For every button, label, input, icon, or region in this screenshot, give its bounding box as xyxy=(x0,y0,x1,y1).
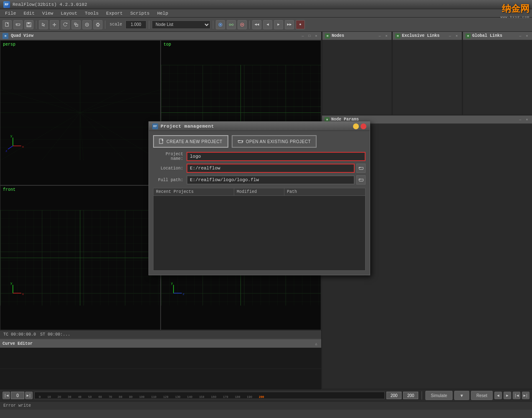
global-links-close[interactable]: ✕ xyxy=(524,33,529,38)
timeline-mark-20: 20 xyxy=(54,395,64,399)
full-path-input[interactable] xyxy=(187,175,355,185)
rewind-button[interactable]: ◀◀ xyxy=(252,20,261,29)
svg-text:y: y xyxy=(171,281,173,285)
menu-export[interactable]: Export xyxy=(103,10,126,17)
select-tool-button[interactable] xyxy=(39,20,48,29)
nodes-minimize[interactable]: — xyxy=(377,33,382,38)
quad-view-close[interactable]: ✕ xyxy=(314,33,319,38)
open-file-button[interactable] xyxy=(13,20,23,29)
open-project-icon xyxy=(238,139,243,144)
menu-help[interactable]: Help xyxy=(154,10,171,17)
menu-tools[interactable]: Tools xyxy=(82,10,102,17)
next-frame-button[interactable]: ▶▶ xyxy=(285,20,294,29)
exclusive-links-minimize[interactable]: — xyxy=(448,33,453,38)
timeline-marks-container: 0 10 20 30 40 50 60 70 80 90 100 110 120… xyxy=(35,392,384,399)
scale-label: scale xyxy=(108,22,124,27)
scale-tool-button[interactable] xyxy=(72,20,81,29)
current-frame-input[interactable] xyxy=(11,392,24,399)
location-input[interactable] xyxy=(187,164,355,173)
title-bar: RF RealFlow(32bits) 4.2.3.0102 xyxy=(0,0,532,9)
record-button[interactable]: ● xyxy=(296,20,305,29)
move-tool-button[interactable] xyxy=(50,20,59,29)
create-new-project-button[interactable]: CREATE A NEW PROJECT xyxy=(153,135,228,148)
dialog-close-button[interactable] xyxy=(361,123,366,129)
svg-rect-4 xyxy=(28,25,30,26)
menu-layout[interactable]: Layout xyxy=(57,10,81,17)
exclusive-links-close[interactable]: ✕ xyxy=(454,33,459,38)
timeline-start-button[interactable]: |◀ xyxy=(3,392,10,399)
node-list-select[interactable]: Node List xyxy=(152,21,210,29)
watermark-logo: 纳金网 xyxy=(502,3,529,15)
nodes-title: Nodes xyxy=(332,33,344,38)
timeline-mark-10: 10 xyxy=(44,395,54,399)
open-existing-project-button[interactable]: OPEN AN EXISTING PROJECT xyxy=(232,135,317,148)
node-params-close[interactable]: ✕ xyxy=(524,117,529,122)
svg-rect-68 xyxy=(238,140,240,141)
location-browse-button[interactable] xyxy=(356,164,366,173)
timeline-mark-80: 80 xyxy=(115,395,125,399)
timeline-track[interactable]: 0 10 20 30 40 50 60 70 80 90 100 110 120… xyxy=(34,392,385,399)
rotate-tool-button[interactable] xyxy=(61,20,70,29)
global-links-minimize[interactable]: — xyxy=(518,33,523,38)
play-button[interactable]: ▶ xyxy=(274,20,283,29)
col-recent-projects: Recent Projects xyxy=(153,188,234,195)
status-message: Error write xyxy=(3,403,31,408)
toolbar-sep-3 xyxy=(149,21,149,29)
delete-node-button[interactable] xyxy=(238,20,247,29)
timeline-mark-60: 60 xyxy=(95,395,105,399)
timeline-mark-110: 110 xyxy=(148,395,160,399)
new-file-button[interactable] xyxy=(3,20,12,29)
toolbar-sep-1 xyxy=(36,21,36,29)
project-management-dialog: RF Project management CREATE A NEW PROJE… xyxy=(148,121,370,275)
col-path: Path xyxy=(284,188,365,195)
simulate-dropdown-button[interactable]: ▼ xyxy=(454,391,469,400)
add-node-button[interactable] xyxy=(216,20,225,29)
connect-button[interactable] xyxy=(227,20,236,29)
node-params-minimize[interactable]: — xyxy=(518,117,523,122)
svg-text:x: x xyxy=(22,292,24,295)
timeline-last-button[interactable]: ▶| xyxy=(522,392,529,399)
menu-view[interactable]: View xyxy=(39,10,56,17)
menu-scripts[interactable]: Scripts xyxy=(127,10,153,17)
quad-view-maximize[interactable]: □ xyxy=(307,33,312,38)
viewport-persp[interactable]: persp xyxy=(0,40,161,185)
frame-b-input[interactable] xyxy=(403,392,418,399)
quad-view-minimize[interactable]: — xyxy=(300,33,305,38)
dialog-title-bar: RF Project management xyxy=(149,122,370,131)
curve-editor-btn[interactable]: △ xyxy=(314,341,319,346)
timeline-prev-button[interactable]: ◀ xyxy=(494,392,502,399)
global-links-header: ⊞ Global Links — ✕ xyxy=(463,32,532,40)
dialog-minimize-button[interactable] xyxy=(353,123,359,129)
full-path-field: Full path: xyxy=(153,175,366,185)
full-path-browse-button[interactable] xyxy=(356,175,366,185)
frame-a-input[interactable] xyxy=(386,392,402,399)
svg-rect-1 xyxy=(16,24,18,25)
scale-input[interactable] xyxy=(125,21,146,29)
timeline-mark-0: 0 xyxy=(36,395,44,399)
timeline-end-button[interactable]: ▶| xyxy=(25,392,33,399)
right-top-panels: ⊞ Nodes — ✕ ⊞ Exclusive Links xyxy=(322,32,532,115)
timeline-mark-190: 190 xyxy=(243,395,256,399)
viewport-front[interactable]: front xyxy=(0,185,161,331)
timeline-mark-200: 200 xyxy=(256,395,268,399)
timeline-first-button[interactable]: |◀ xyxy=(513,392,520,399)
paint-tool-button[interactable] xyxy=(82,20,92,29)
prev-frame-button[interactable]: ◀ xyxy=(263,20,272,29)
reset-button[interactable]: Reset xyxy=(471,391,493,400)
nodes-panel: ⊞ Nodes — ✕ xyxy=(322,32,392,115)
simulate-button[interactable]: Simulate xyxy=(425,391,453,400)
settings-tool-button[interactable] xyxy=(93,20,102,29)
timeline-next-button[interactable]: ▶ xyxy=(504,392,511,399)
menu-file[interactable]: File xyxy=(2,10,19,17)
save-file-button[interactable] xyxy=(24,20,33,29)
timeline-mark-120: 120 xyxy=(160,395,172,399)
recent-projects-table-body[interactable] xyxy=(153,195,366,271)
menu-edit[interactable]: Edit xyxy=(20,10,38,17)
timeline-mark-100: 100 xyxy=(136,395,148,399)
folder-icon xyxy=(358,166,363,170)
svg-rect-3 xyxy=(28,23,30,24)
svg-text:y: y xyxy=(10,281,13,285)
project-name-input[interactable] xyxy=(187,152,366,161)
location-label: Location: xyxy=(153,166,187,171)
nodes-close[interactable]: ✕ xyxy=(384,33,389,38)
